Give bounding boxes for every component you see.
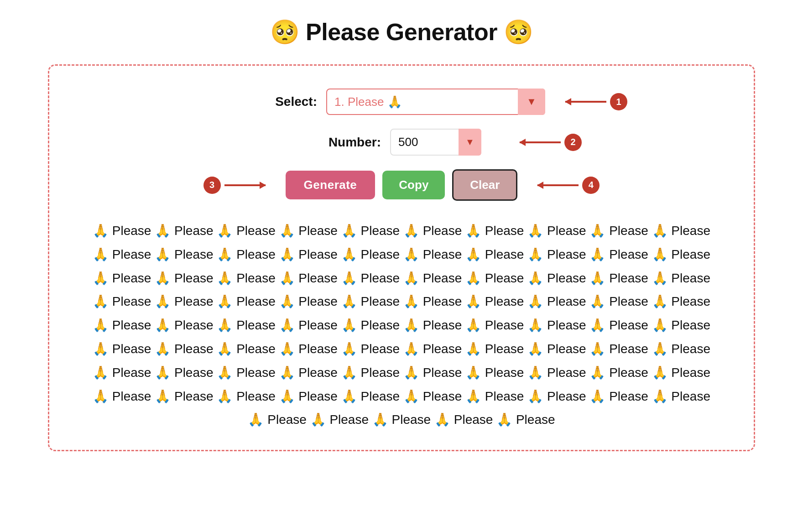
output-area: 🙏 Please 🙏 Please 🙏 Please 🙏 Please 🙏 Pl…: [86, 219, 717, 432]
select-label: Select:: [258, 94, 317, 109]
controls-area: Select: 1. Please 🙏 2. Please 🙏🙏 3. Plea…: [86, 89, 717, 201]
page-title: 🥺 Please Generator 🥺: [270, 18, 533, 46]
annotation-2-group: 2: [520, 134, 582, 151]
arrow-3-line: [224, 184, 266, 186]
number-dropdown-btn[interactable]: ▼: [459, 129, 481, 156]
select-input[interactable]: 1. Please 🙏 2. Please 🙏🙏 3. Please 🙏🙏🙏: [326, 89, 545, 115]
annotation-1-group: 1: [565, 93, 627, 110]
annotation-circle-3: 3: [203, 177, 221, 194]
clear-button[interactable]: Clear: [452, 169, 517, 201]
number-label: Number:: [322, 135, 381, 150]
annotation-circle-2: 2: [564, 134, 582, 151]
main-container: Select: 1. Please 🙏 2. Please 🙏🙏 3. Plea…: [48, 64, 755, 451]
copy-button[interactable]: Copy: [382, 171, 445, 199]
annotation-circle-1: 1: [610, 93, 627, 110]
buttons-row: 3 Generate Copy Clear 4: [286, 169, 518, 201]
annotation-4-group: 4: [537, 177, 600, 194]
arrow-1-line: [565, 101, 606, 103]
arrow-2-line: [520, 141, 561, 143]
select-dropdown-btn[interactable]: ▼: [518, 89, 545, 115]
generate-button[interactable]: Generate: [286, 171, 375, 199]
annotation-circle-4: 4: [582, 177, 600, 194]
select-row: Select: 1. Please 🙏 2. Please 🙏🙏 3. Plea…: [258, 89, 545, 115]
number-wrapper: ▼: [390, 129, 481, 156]
arrow-4-line: [537, 184, 579, 186]
select-wrapper: 1. Please 🙏 2. Please 🙏🙏 3. Please 🙏🙏🙏 ▼: [326, 89, 545, 115]
annotation-3-group: 3: [203, 177, 266, 194]
number-row: Number: ▼ 2: [322, 129, 481, 156]
